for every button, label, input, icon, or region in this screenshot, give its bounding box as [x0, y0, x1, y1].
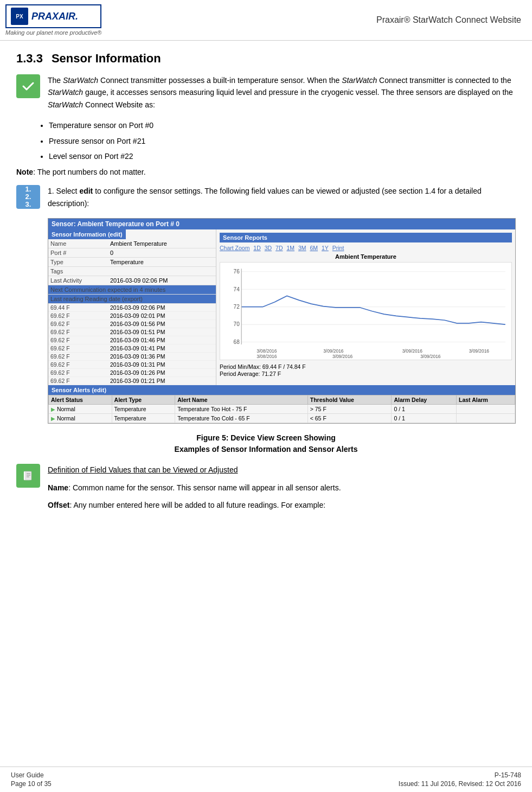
col-threshold: Threshold Value [307, 395, 392, 405]
svg-text:3/09/2016: 3/09/2016 [332, 354, 353, 359]
reading-date: 2016-03-09 01:26 PM [108, 369, 216, 377]
zoom-3m[interactable]: 3M [298, 245, 306, 251]
period-minmax: Period Min/Max: 69.44 F / 74.84 F [220, 363, 512, 370]
reading-date: 2016-03-09 01:56 PM [108, 320, 216, 328]
zoom-1y[interactable]: 1Y [322, 245, 329, 251]
reading-date: 2016-03-09 02:01 PM [108, 312, 216, 320]
svg-text:3/08/2016: 3/08/2016 [257, 348, 277, 354]
praxair-logo-icon: PX [11, 8, 28, 25]
definition-block: Definition of Field Values that can be V… [16, 464, 516, 516]
svg-text:76: 76 [234, 269, 240, 274]
step-number-icon: 1. 2. 3. [16, 185, 40, 209]
reading-date: 2016-03-09 01:21 PM [108, 377, 216, 385]
zoom-print[interactable]: Print [332, 245, 344, 251]
zoom-3d[interactable]: 3D [265, 245, 272, 251]
name-definition: Name: Common name for the sensor. This s… [48, 482, 341, 494]
sensor-reports-header: Sensor Reports [220, 233, 512, 242]
header-title: Praxair® StarWatch Connect Website [376, 15, 521, 25]
field-value: Temperature [108, 258, 216, 267]
intro-text: The StarWatch Connect transmitter posses… [48, 74, 516, 111]
col-last-alarm: Last Alarm [457, 395, 515, 405]
zoom-7d[interactable]: 7D [275, 245, 283, 251]
figure-caption: Figure 5: Device View Screen Showing Exa… [16, 432, 516, 455]
reading-header-text: Last reading Reading date (export) [48, 295, 216, 304]
col-alert-status: Alert Status [49, 395, 112, 405]
field-label: Last Activity [48, 276, 108, 285]
field-value [108, 267, 216, 276]
page-footer: User Guide Page 10 of 35 P-15-748 Issued… [0, 767, 532, 792]
footer-right: P-15-748 Issued: 11 Jul 2016, Revised: 1… [399, 771, 521, 788]
svg-text:70: 70 [234, 322, 240, 328]
reading-date: 2016-03-09 01:36 PM [108, 353, 216, 361]
screen-body: Sensor Information (edit) Name Ambient T… [48, 229, 515, 385]
name-label: Name [48, 483, 68, 492]
chart-zoom-label: Chart Zoom [220, 245, 249, 251]
footer-doc-number: P-15-748 [399, 771, 521, 779]
logo-text: PRAXAIR. [31, 11, 78, 22]
field-label: Port # [48, 248, 108, 258]
zoom-1d[interactable]: 1D [253, 245, 260, 251]
svg-text:68: 68 [234, 339, 240, 345]
table-row: 69.62 F 2016-03-09 01:51 PM [48, 328, 216, 336]
step1-content: 1. Select edit to configure the sensor s… [48, 187, 482, 207]
col-alert-type: Alert Type [112, 395, 175, 405]
reading-value: 69.62 F [48, 353, 108, 361]
table-row: Last Activity 2016-03-09 02:06 PM [48, 276, 216, 285]
name-def-text: Common name for the sensor. This sensor … [73, 483, 341, 492]
period-avg: Period Average: 71.27 F [220, 371, 512, 377]
col-alert-name: Alert Name [175, 395, 308, 405]
screen-right-panel: Sensor Reports Chart Zoom 1D 3D 7D 1M 3M… [216, 229, 515, 385]
table-row: 69.62 F 2016-03-09 01:41 PM [48, 344, 216, 353]
table-row: Alert Status Alert Type Alert Name Thres… [49, 395, 515, 405]
logo-box: PX PRAXAIR. [5, 4, 101, 28]
definition-section: Definition of Field Values that can be V… [48, 464, 341, 516]
table-row: 69.44 F 2016-03-09 02:06 PM [48, 304, 216, 312]
definition-underline: Definition of Field Values that can be V… [48, 465, 238, 474]
check-svg [21, 79, 36, 94]
zoom-1m[interactable]: 1M [286, 245, 294, 251]
intro-block: The StarWatch Connect transmitter posses… [16, 74, 516, 111]
footer-page-number: Page 10 of 35 [11, 780, 52, 788]
zoom-6m[interactable]: 6M [310, 245, 318, 251]
table-row: Type Temperature [48, 258, 216, 267]
table-row: ▶ Normal Temperature Temperature Too Col… [49, 414, 515, 423]
table-row: Port # 0 [48, 248, 216, 258]
checkmark-icon [16, 74, 40, 98]
temperature-chart: 76 74 72 70 68 [220, 262, 512, 360]
alert-status: ▶ Normal [49, 414, 112, 423]
alert-name: Temperature Too Hot - 75 F [175, 405, 308, 414]
section-number: 1.3.3 [16, 52, 43, 66]
field-label: Name [48, 239, 108, 248]
page-header: PX PRAXAIR. Making our planet more produ… [0, 0, 532, 41]
alert-delay: 0 / 1 [392, 405, 457, 414]
table-row: 69.62 F 2016-03-09 01:21 PM [48, 377, 216, 385]
reading-date: 2016-03-09 01:51 PM [108, 328, 216, 336]
alert-status: ▶ Normal [49, 405, 112, 414]
note-content: The port numbers do not matter. [37, 168, 146, 176]
svg-text:72: 72 [234, 304, 240, 310]
sensor-alerts-table: Alert Status Alert Type Alert Name Thres… [48, 395, 515, 423]
reading-value: 69.62 F [48, 361, 108, 369]
reading-value: 69.62 F [48, 312, 108, 320]
table-row: 69.62 F 2016-03-09 01:56 PM [48, 320, 216, 328]
next-comm-text: Next Communication expected in 4 minutes [48, 285, 216, 295]
field-value: Ambient Temperature [108, 239, 216, 248]
caption-line1: Figure 5: Device View Screen Showing [196, 433, 336, 442]
table-row: Tags [48, 267, 216, 276]
footer-user-guide: User Guide [11, 771, 52, 779]
reading-value: 69.62 F [48, 336, 108, 344]
field-value: 2016-03-09 02:06 PM [108, 276, 216, 285]
alert-last [457, 414, 515, 423]
svg-rect-23 [25, 471, 31, 480]
table-row: Name Ambient Temperature [48, 239, 216, 248]
offset-label: Offset [48, 501, 69, 509]
alert-threshold: > 75 F [307, 405, 392, 414]
col-alarm-delay: Alarm Delay [392, 395, 457, 405]
chart-title: Ambient Temperature [220, 253, 512, 260]
svg-text:3/09/2016: 3/09/2016 [402, 348, 423, 354]
logo-area: PX PRAXAIR. Making our planet more produ… [5, 4, 101, 36]
svg-text:3/09/2016: 3/09/2016 [420, 354, 441, 359]
note-paragraph: Note: The port numbers do not matter. [16, 168, 516, 176]
offset-definition: Offset: Any number entered here will be … [48, 499, 341, 511]
reading-header-row: Last reading Reading date (export) [48, 295, 216, 304]
